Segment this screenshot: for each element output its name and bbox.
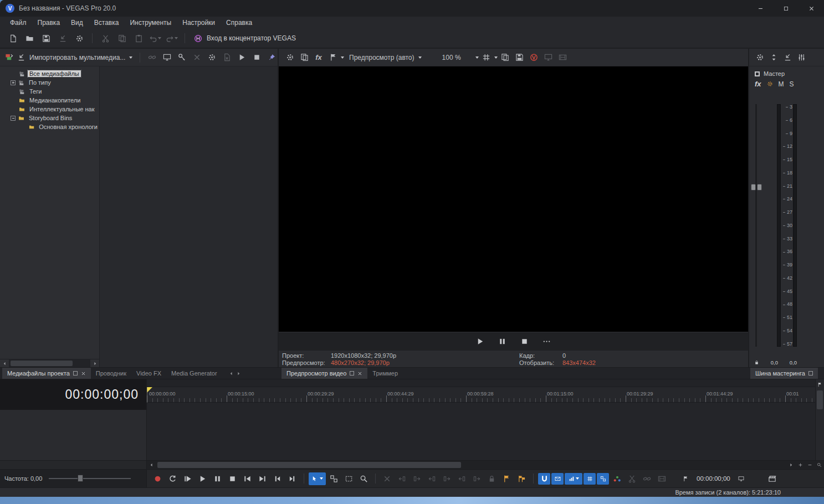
marker-bar[interactable]: [147, 379, 815, 387]
preview-pause-button[interactable]: [496, 335, 509, 348]
timeline-ruler[interactable]: 00:00:00:00 00:00:15:00 00:00:29:29 00:0…: [147, 387, 815, 403]
tree-item-tags[interactable]: Теги: [0, 87, 99, 96]
search-media-button[interactable]: [175, 51, 188, 64]
automation-mode-button[interactable]: [565, 473, 582, 485]
tab-media-generator[interactable]: Media Generator: [166, 368, 222, 379]
slip-right-button[interactable]: [440, 472, 454, 485]
new-project-button[interactable]: [6, 31, 20, 45]
capture-video-button[interactable]: [160, 51, 173, 64]
tab-project-media[interactable]: Медиафайлы проекта: [2, 368, 91, 379]
menu-view[interactable]: Вид: [65, 18, 89, 28]
scroll-left-icon[interactable]: [147, 461, 156, 469]
go-to-end-button[interactable]: [255, 472, 269, 485]
trim-start-button[interactable]: [395, 472, 409, 485]
selection-edit-tool-button[interactable]: [342, 472, 356, 485]
cut-button[interactable]: [98, 31, 112, 45]
scrollbar-track[interactable]: [9, 359, 90, 367]
slide-right-button[interactable]: [470, 472, 484, 485]
render-loop-button[interactable]: [655, 472, 669, 485]
master-fader-handle[interactable]: [751, 184, 762, 191]
scrollbar-thumb[interactable]: [157, 462, 461, 468]
loop-playback-button[interactable]: [166, 472, 180, 485]
video-output-fx-button[interactable]: fx: [312, 51, 325, 64]
unlink-media-button[interactable]: [145, 51, 158, 64]
menu-tools[interactable]: Инструменты: [124, 18, 177, 28]
play-button[interactable]: [196, 472, 209, 485]
track-list-area[interactable]: [0, 410, 146, 460]
import-media-button[interactable]: Импортировать мультимедиа...: [3, 53, 135, 61]
undo-button[interactable]: [148, 31, 162, 45]
track-lanes-area[interactable]: [147, 403, 815, 460]
envelope-edit-tool-button[interactable]: [327, 472, 341, 485]
insert-marker-button[interactable]: [500, 472, 514, 485]
chevron-down-icon[interactable]: [494, 56, 498, 59]
preview-media-stop-button[interactable]: [250, 51, 263, 64]
previous-frame-button[interactable]: [270, 472, 284, 485]
auto-crossfades-button[interactable]: [597, 473, 609, 485]
cursor-timecode-display[interactable]: 00:00:00;00: [697, 475, 730, 482]
split-event-button[interactable]: [625, 472, 639, 485]
open-project-button[interactable]: [22, 31, 37, 45]
preview-stop-button[interactable]: [518, 335, 531, 348]
copy-button[interactable]: [115, 31, 129, 45]
master-fader-track[interactable]: [755, 104, 757, 347]
undock-icon[interactable]: [350, 371, 354, 376]
menu-edit[interactable]: Правка: [32, 18, 66, 28]
render-as-button[interactable]: [55, 31, 70, 45]
zoom-level-value[interactable]: 100 %: [442, 54, 461, 61]
tab-scroll-right-icon[interactable]: [236, 371, 241, 376]
master-mute-button[interactable]: M: [779, 80, 784, 88]
lock-fader-icon[interactable]: [754, 360, 759, 365]
close-icon[interactable]: [81, 371, 86, 376]
rate-slider-handle[interactable]: [78, 475, 83, 482]
copy-snapshot-button[interactable]: [298, 51, 311, 64]
tree-item-media-drives[interactable]: Медианакопители: [0, 96, 99, 105]
next-frame-button[interactable]: [285, 472, 299, 485]
preview-play-button[interactable]: [474, 335, 487, 348]
cursor-marker-icon[interactable]: [679, 472, 693, 485]
master-solo-button[interactable]: S: [790, 80, 794, 88]
minimize-button[interactable]: [748, 0, 773, 17]
menu-options[interactable]: Настройки: [177, 18, 221, 28]
pause-button[interactable]: [211, 472, 224, 485]
play-from-start-button[interactable]: [181, 472, 195, 485]
grid-overlay-button[interactable]: [480, 51, 493, 64]
auto-ripple-button[interactable]: [551, 473, 564, 485]
vegas-capture-button[interactable]: [528, 51, 541, 64]
slide-left-button[interactable]: [455, 472, 469, 485]
timeline-vertical-scrollbar[interactable]: [815, 379, 824, 460]
zoom-tool-button[interactable]: [815, 461, 824, 469]
rate-slider[interactable]: [49, 475, 142, 482]
preview-quality-dropdown[interactable]: Предпросмотр (авто): [345, 54, 426, 61]
zoom-edit-tool-button[interactable]: [357, 472, 371, 485]
scrollbar-thumb[interactable]: [817, 390, 823, 409]
expand-icon[interactable]: [11, 80, 16, 85]
media-tags-button[interactable]: [265, 51, 278, 64]
zoom-out-timeline-button[interactable]: [805, 461, 815, 469]
menu-insert[interactable]: Вставка: [89, 18, 125, 28]
master-properties-button[interactable]: [756, 53, 764, 61]
remove-all-unused-button[interactable]: [220, 51, 233, 64]
undock-icon[interactable]: [73, 371, 78, 376]
copy-frame-button[interactable]: [499, 51, 512, 64]
preview-settings-button[interactable]: [283, 51, 296, 64]
trim-end-button[interactable]: [410, 472, 424, 485]
media-properties-button[interactable]: [205, 51, 218, 64]
remove-media-button[interactable]: [190, 51, 203, 64]
vegas-hub-button[interactable]: Вход в концентратор VEGAS: [194, 34, 296, 43]
meter-options-button[interactable]: [797, 53, 806, 61]
collapse-icon[interactable]: [11, 116, 16, 121]
external-monitor-button[interactable]: [768, 470, 776, 487]
tree-item-smart-bins[interactable]: Интеллектуальные нак: [0, 105, 99, 114]
slip-left-button[interactable]: [425, 472, 439, 485]
master-fx-button[interactable]: fx: [755, 80, 761, 88]
record-button[interactable]: [151, 472, 165, 485]
chevron-down-icon[interactable]: [341, 56, 344, 59]
maximize-button[interactable]: [773, 0, 799, 17]
undock-icon[interactable]: [808, 371, 813, 376]
external-monitor-button[interactable]: [542, 51, 555, 64]
save-snapshot-button[interactable]: [513, 51, 526, 64]
tree-item-storyboard-bins[interactable]: Storyboard Bins: [0, 114, 99, 122]
zoom-dropdown-icon[interactable]: [475, 56, 479, 59]
group-events-button[interactable]: [640, 472, 654, 485]
